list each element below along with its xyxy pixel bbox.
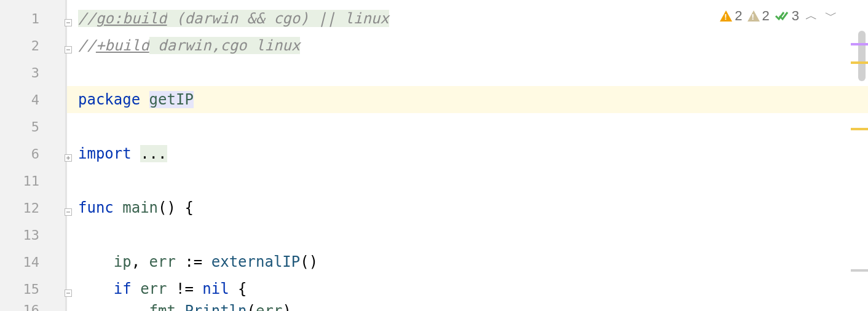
keyword: import	[78, 145, 132, 162]
comment-text: (darwin && cgo) || linux	[167, 10, 389, 27]
package-name: getIP	[149, 91, 194, 108]
checkmark-icon	[775, 10, 789, 22]
code-area[interactable]: //go:build (darwin && cgo) || linux //+b…	[65, 0, 868, 311]
function-call: Println	[184, 302, 247, 311]
folded-imports[interactable]: ...	[140, 145, 167, 162]
fold-toggle-icon[interactable]	[65, 285, 73, 293]
line-number-label: 6	[31, 146, 39, 162]
line-number[interactable]: 11	[0, 167, 65, 194]
code-line[interactable]	[67, 113, 868, 140]
line-number-label: 11	[23, 173, 40, 189]
error-stripe-marker[interactable]	[851, 43, 868, 45]
code-line[interactable]: //+build darwin,cgo linux	[67, 32, 868, 59]
gutter: 1 2 3 4 5 6 11 12 13 14	[0, 0, 65, 311]
line-number[interactable]: 2	[0, 32, 65, 59]
line-number-label: 14	[23, 254, 40, 270]
line-number-label: 2	[31, 38, 39, 53]
code-line-current[interactable]: package getIP	[67, 86, 868, 113]
scrollbar-track[interactable]	[856, 0, 868, 311]
line-number[interactable]: 13	[0, 221, 65, 248]
code-line[interactable]: fmt.Println(err)	[67, 302, 868, 311]
line-number[interactable]: 4	[0, 86, 65, 113]
function-call: externalIP	[211, 253, 301, 270]
fold-expand-icon[interactable]	[65, 149, 73, 158]
line-number[interactable]: 3	[0, 59, 65, 86]
next-highlight-button[interactable]: ﹀	[824, 7, 838, 24]
comment-text: //+build	[78, 37, 149, 54]
comment-text: //go:build	[78, 10, 167, 27]
prev-highlight-button[interactable]: ︿	[804, 7, 819, 24]
line-number-label: 5	[31, 119, 39, 135]
code-text: {	[229, 280, 247, 297]
code-line[interactable]	[67, 59, 868, 86]
weak-warnings-indicator[interactable]: 2	[748, 8, 770, 24]
comment-text: darwin,cgo linux	[149, 37, 301, 54]
line-number[interactable]: 5	[0, 113, 65, 140]
variable: err	[256, 302, 282, 311]
warning-icon	[720, 10, 732, 22]
line-number[interactable]: 16	[0, 302, 65, 311]
weak-warning-count: 2	[762, 8, 770, 24]
line-number-label: 3	[31, 65, 39, 81]
error-stripe-marker[interactable]	[851, 61, 868, 64]
scrollbar-thumb[interactable]	[858, 31, 866, 81]
line-number-label: 16	[23, 302, 40, 311]
code-line[interactable]: import ...	[67, 140, 868, 167]
fold-toggle-icon[interactable]	[65, 203, 73, 212]
keyword: nil	[202, 280, 229, 297]
error-stripe-marker[interactable]	[851, 128, 868, 130]
keyword: if	[114, 280, 132, 297]
code-editor: 1 2 3 4 5 6 11 12 13 14	[0, 0, 868, 311]
intention-bulb-icon[interactable]	[87, 63, 104, 82]
code-text: () {	[158, 199, 194, 216]
variable: ip	[114, 253, 132, 270]
error-stripe-marker[interactable]	[851, 269, 868, 272]
code-line[interactable]	[67, 221, 868, 248]
keyword: func	[78, 199, 114, 216]
code-line[interactable]: func main() {	[67, 194, 868, 221]
variable: err	[149, 253, 176, 270]
code-text: ()	[300, 253, 318, 270]
line-number-label: 12	[23, 200, 40, 216]
inspection-widget[interactable]: 2 2 3 ︿ ﹀	[720, 7, 838, 24]
code-line[interactable]	[67, 167, 868, 194]
code-line[interactable]: ip, err := externalIP()	[67, 248, 868, 275]
line-number[interactable]: 15	[0, 275, 65, 302]
fold-toggle-icon[interactable]	[65, 41, 73, 50]
line-number-label: 15	[23, 281, 40, 297]
ok-indicator[interactable]: 3	[775, 8, 799, 24]
line-number-label: 4	[31, 92, 39, 108]
line-number[interactable]: 12	[0, 194, 65, 221]
line-number[interactable]: 6	[0, 140, 65, 167]
line-number[interactable]: 14	[0, 248, 65, 275]
fold-toggle-icon[interactable]	[65, 14, 73, 23]
warning-count: 2	[735, 8, 742, 24]
line-number[interactable]: 1	[0, 5, 65, 32]
function-name: main	[122, 199, 158, 216]
code-line[interactable]: if err != nil {	[67, 275, 868, 302]
line-number-label: 1	[31, 11, 39, 26]
ok-count: 3	[792, 8, 799, 24]
weak-warning-icon	[748, 10, 760, 22]
package-ref: fmt	[149, 302, 176, 311]
variable: err	[140, 280, 167, 297]
keyword: package	[78, 91, 140, 108]
line-number-label: 13	[23, 227, 40, 243]
warnings-indicator[interactable]: 2	[720, 8, 742, 24]
